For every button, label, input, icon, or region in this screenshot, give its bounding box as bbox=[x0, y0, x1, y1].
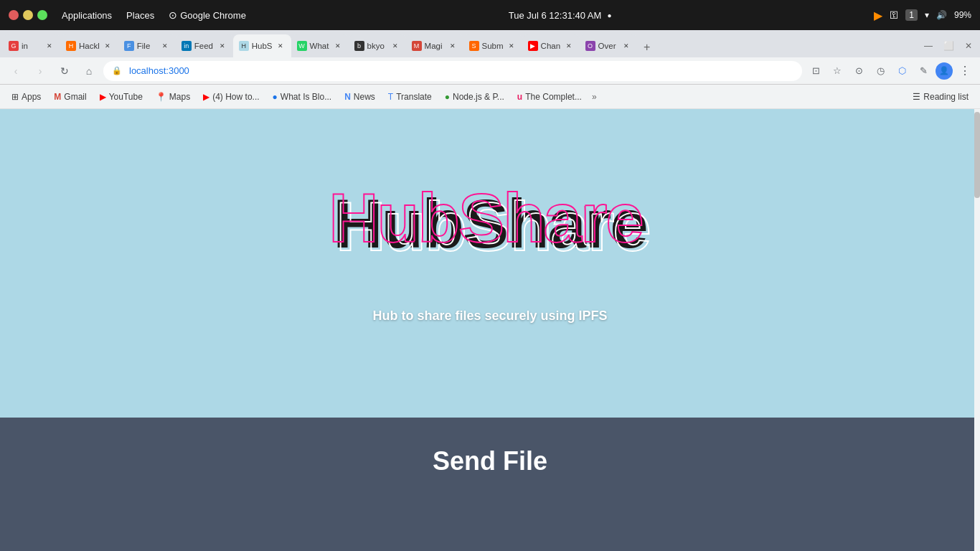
tab-hackl[interactable]: H Hackl ✕ bbox=[60, 34, 118, 57]
bookmark-nodejs[interactable]: ● Node.js & P... bbox=[439, 90, 510, 104]
tab-file[interactable]: F File ✕ bbox=[118, 34, 176, 57]
bookmark-apps[interactable]: ⊞ Apps bbox=[6, 90, 47, 104]
forward-button[interactable]: › bbox=[30, 61, 50, 81]
tab-favicon-chan: ▶ bbox=[528, 41, 538, 51]
chrome-menu[interactable]: ⊙ Google Chrome bbox=[169, 9, 246, 21]
maximize-dot[interactable] bbox=[37, 10, 47, 20]
menu-icon[interactable]: ⋮ bbox=[956, 62, 974, 80]
tab-favicon-bkyo: b bbox=[354, 41, 364, 51]
tab-close-over[interactable]: ✕ bbox=[621, 41, 631, 51]
bookmark-blog[interactable]: ● What Is Blo... bbox=[267, 90, 338, 104]
new-tab-button[interactable]: + bbox=[637, 37, 657, 57]
os-bar-right: ▶ ⚿ 1 ▾ 🔊 99% bbox=[874, 9, 971, 22]
send-title: Send File bbox=[433, 446, 547, 476]
hero-section: HubShare HubShare HubShare Hub to share … bbox=[0, 109, 980, 418]
window-count: 1 bbox=[905, 9, 918, 21]
tab-bkyo[interactable]: b bkyo ✕ bbox=[349, 34, 406, 57]
tab-label-hubs: HubS bbox=[252, 42, 273, 50]
reload-button[interactable]: ↻ bbox=[55, 61, 75, 81]
tab-close-hackl[interactable]: ✕ bbox=[103, 41, 113, 51]
nodejs-icon: ● bbox=[445, 92, 450, 102]
tab-close-file[interactable]: ✕ bbox=[160, 41, 170, 51]
tab-magi[interactable]: M Magi ✕ bbox=[406, 34, 463, 57]
tab-favicon-subm: S bbox=[469, 41, 479, 51]
bookmark-youtube-label: YouTube bbox=[109, 92, 143, 102]
cast-icon[interactable]: ⊡ bbox=[806, 62, 825, 80]
blog-icon: ● bbox=[273, 92, 278, 102]
url-bar[interactable]: 🔒 localhost:3000 bbox=[103, 61, 802, 81]
bookmark-maps[interactable]: 📍 Maps bbox=[150, 90, 196, 104]
minimize-dot[interactable] bbox=[23, 10, 33, 20]
tab-favicon-in: G bbox=[9, 41, 19, 51]
tab-label-bkyo: bkyo bbox=[367, 42, 385, 50]
back-button[interactable]: ‹ bbox=[6, 61, 26, 81]
translate-icon: T bbox=[388, 92, 393, 102]
bookmark-complete[interactable]: u The Complet... bbox=[512, 90, 588, 104]
maps-icon: 📍 bbox=[156, 92, 166, 102]
tab-hubs[interactable]: H HubS ✕ bbox=[233, 34, 291, 57]
profile-avatar[interactable]: 👤 bbox=[936, 62, 953, 80]
bookmark-news[interactable]: N News bbox=[339, 90, 381, 104]
tab-favicon-magi: M bbox=[412, 41, 422, 51]
bookmark-star-icon[interactable]: ☆ bbox=[828, 62, 847, 80]
hubshare-title-pink-outline: HubShare bbox=[329, 184, 642, 253]
window-controls bbox=[9, 10, 47, 20]
bookmark-gmail[interactable]: M Gmail bbox=[48, 90, 92, 104]
apps-bm-icon: ⊞ bbox=[11, 92, 19, 102]
tab-subm[interactable]: S Subm ✕ bbox=[463, 34, 522, 57]
tab-favicon-feed: in bbox=[182, 41, 192, 51]
tab-maximize-button[interactable]: ⬜ bbox=[940, 37, 957, 55]
status-dot: ● bbox=[607, 11, 611, 19]
tab-controls: — ⬜ ✕ bbox=[920, 37, 977, 57]
url-display: localhost:3000 bbox=[129, 65, 189, 76]
close-dot[interactable] bbox=[9, 10, 19, 20]
tab-chan[interactable]: ▶ Chan ✕ bbox=[522, 34, 580, 57]
bookmark-translate[interactable]: T Translate bbox=[382, 90, 438, 104]
bookmark-nodejs-label: Node.js & P... bbox=[453, 92, 504, 102]
battery-display: 99% bbox=[954, 10, 971, 20]
tab-close-in[interactable]: ✕ bbox=[44, 41, 55, 51]
edit-icon[interactable]: ✎ bbox=[914, 62, 933, 80]
vlc-icon: ▶ bbox=[874, 9, 882, 22]
tab-label-feed: Feed bbox=[194, 42, 213, 50]
tab-close-magi[interactable]: ✕ bbox=[448, 41, 458, 51]
tab-favicon-file: F bbox=[124, 41, 134, 51]
tab-close-bkyo[interactable]: ✕ bbox=[390, 41, 400, 51]
tab-close-what[interactable]: ✕ bbox=[333, 41, 343, 51]
tab-close-hubs[interactable]: ✕ bbox=[275, 41, 286, 51]
tab-label-what: What bbox=[310, 42, 329, 50]
address-bar: ‹ › ↻ ⌂ 🔒 localhost:3000 ⊡ ☆ ⊙ ◷ ⬡ ✎ 👤 ⋮ bbox=[0, 57, 980, 85]
tab-close-chan[interactable]: ✕ bbox=[564, 41, 574, 51]
tab-over[interactable]: O Over ✕ bbox=[580, 34, 637, 57]
tab-label-magi: Magi bbox=[425, 42, 443, 50]
tab-close-feed[interactable]: ✕ bbox=[217, 41, 227, 51]
tab-in[interactable]: G in ✕ bbox=[3, 34, 60, 57]
tab-close-button[interactable]: ✕ bbox=[960, 37, 977, 55]
tab-minimize-button[interactable]: — bbox=[920, 37, 937, 55]
bookmark-howto[interactable]: ▶ (4) How to... bbox=[197, 90, 265, 104]
home-button[interactable]: ⌂ bbox=[79, 61, 99, 81]
scrollbar-track[interactable] bbox=[974, 109, 980, 551]
tab-feed[interactable]: in Feed ✕ bbox=[176, 34, 233, 57]
complete-icon: u bbox=[517, 92, 522, 102]
youtube-icon: ▶ bbox=[100, 92, 106, 102]
datetime-display: Tue Jul 6 12:31:40 AM bbox=[509, 10, 602, 21]
bookmark-complete-label: The Complet... bbox=[525, 92, 582, 102]
reading-list-button[interactable]: ☰ Reading list bbox=[907, 90, 974, 104]
hero-subtitle: Hub to share files securely using IPFS bbox=[372, 309, 607, 324]
more-bookmarks[interactable]: » bbox=[589, 92, 600, 102]
screenshot-icon[interactable]: ⊙ bbox=[849, 62, 868, 80]
applications-menu[interactable]: Applications bbox=[62, 10, 112, 21]
places-menu[interactable]: Places bbox=[126, 10, 154, 21]
history-icon[interactable]: ◷ bbox=[871, 62, 890, 80]
tab-close-subm[interactable]: ✕ bbox=[507, 41, 517, 51]
hubshare-title-container: HubShare HubShare HubShare bbox=[333, 189, 646, 258]
tab-label-subm: Subm bbox=[482, 42, 504, 50]
extension-icon[interactable]: ⬡ bbox=[892, 62, 911, 80]
scrollbar-thumb[interactable] bbox=[974, 112, 980, 198]
bookmark-howto-label: (4) How to... bbox=[212, 92, 259, 102]
tab-favicon-hubs: H bbox=[239, 41, 249, 51]
bookmark-youtube[interactable]: ▶ YouTube bbox=[94, 90, 149, 104]
tab-what[interactable]: W What ✕ bbox=[291, 34, 349, 57]
tab-label-file: File bbox=[137, 42, 151, 50]
